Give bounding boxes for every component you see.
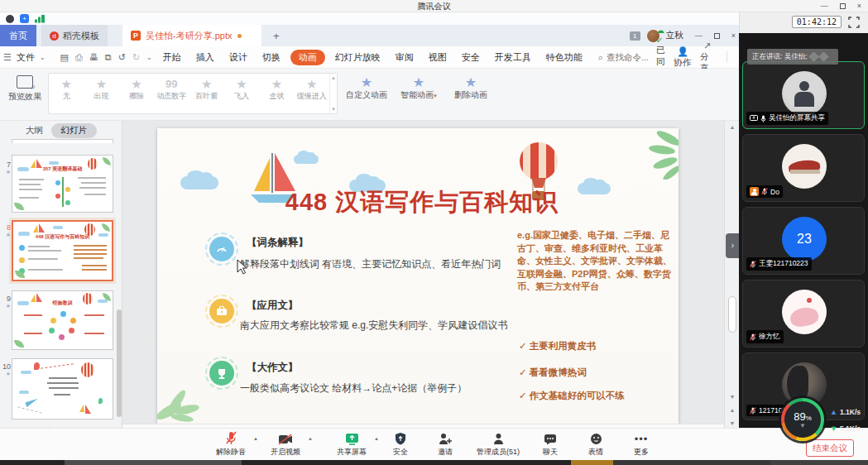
start-video-button[interactable]: 开启视频 ▲	[261, 431, 309, 458]
unmute-button[interactable]: 解除静音 ▲	[207, 431, 255, 458]
side-note-text[interactable]: e.g.国家卫健委、电子烟、二手烟、尼古丁、审查、维多利亚时代、工业革命、女性主…	[517, 229, 676, 294]
tab-docer[interactable]: d 稻壳模板	[41, 25, 108, 46]
undo-icon[interactable]: ↺	[118, 52, 126, 63]
thumbnail-scrollbar[interactable]	[117, 309, 122, 417]
tab-slides[interactable]: 幻灯片	[51, 123, 98, 138]
menu-item-animation-active[interactable]: 动画	[290, 50, 325, 65]
anim-none[interactable]: 无	[49, 74, 84, 113]
slide-thumbnail-8-selected[interactable]: 448 汉语写作与百科知识	[12, 220, 113, 281]
delete-animation-button[interactable]: 删除动画	[448, 75, 494, 101]
person-icon	[493, 433, 504, 445]
participant-tile-screenshare[interactable]: 吴佳怡的屏幕共享	[742, 61, 865, 129]
smart-animation-button[interactable]: 智能动画▾	[396, 75, 442, 101]
menu-item-transition[interactable]: 切换	[255, 51, 288, 64]
anim-box[interactable]: 盒状	[259, 74, 294, 113]
shield-plus-icon[interactable]: +	[20, 14, 29, 23]
slide-thumbnail-10[interactable]	[12, 358, 113, 419]
scroll-down-icon[interactable]: ▼	[725, 394, 740, 400]
check-item[interactable]: 主要利用黄皮书	[519, 340, 596, 352]
menu-item-insert[interactable]: 插入	[189, 51, 222, 64]
close-icon[interactable]: ×	[857, 2, 861, 10]
slide-thumbnail-9[interactable]: 经验教训	[12, 290, 113, 350]
participant-tile[interactable]: 徐方忆	[742, 280, 865, 348]
caret-up-icon[interactable]: ▲	[374, 436, 379, 441]
emoji-button[interactable]: 表情	[578, 431, 614, 458]
panel-collapse-tab[interactable]: ›	[726, 233, 740, 258]
anim-dynamic-number[interactable]: 动态数字	[154, 74, 189, 113]
more-commands-icon[interactable]: ⌄	[146, 54, 152, 61]
menu-item-devtools[interactable]: 开发工具	[487, 51, 539, 64]
restore-icon[interactable]	[840, 3, 846, 9]
anim-blinds[interactable]: 百叶窗	[189, 74, 224, 113]
deco-cloud	[49, 161, 59, 165]
animation-star-icon: ★	[2, 232, 11, 238]
tab-outline[interactable]: 大纲	[26, 125, 43, 137]
more-button[interactable]: ••• 更多	[623, 431, 659, 458]
ellipsis-icon: •••	[623, 431, 659, 445]
caret-up-icon[interactable]: ▲	[308, 436, 313, 441]
slide-page[interactable]: 448 汉语写作与百科知识 【词条解释】 解释段落中划线词 有语境、主要记忆知识…	[157, 128, 679, 424]
custom-animation-button[interactable]: 自定义动画	[343, 75, 390, 101]
menu-item-features[interactable]: 特色功能	[539, 51, 590, 64]
notification-badge[interactable]: 1	[630, 31, 640, 41]
hamburger-icon[interactable]: ☰	[3, 52, 12, 63]
participant-tile[interactable]: 23 王雯121710223	[742, 207, 865, 275]
check-item[interactable]: 作文基础好的可以不练	[519, 390, 625, 402]
section-heading[interactable]: 【词条解释】	[247, 236, 309, 250]
menu-item-review[interactable]: 审阅	[388, 51, 421, 64]
menu-item-view[interactable]: 视图	[421, 51, 454, 64]
menu-item-design[interactable]: 设计	[222, 51, 255, 64]
scroll-up-icon[interactable]: ▲	[725, 124, 740, 130]
section-heading[interactable]: 【应用文】	[247, 299, 299, 313]
invite-button[interactable]: 邀请	[427, 431, 463, 458]
next-slide-icon[interactable]: ▼	[725, 420, 740, 426]
section-body[interactable]: 南大应用文考察比较常规 e.g.安慰失利同学、学风建设倡议书	[240, 319, 530, 333]
end-meeting-button[interactable]: 结束会议	[806, 439, 854, 457]
tab-document[interactable]: P 吴佳怡-考研分享.pptx	[122, 25, 261, 46]
collaborate-button[interactable]: 👤协作	[674, 46, 692, 69]
export-icon[interactable]: ⎙	[75, 52, 83, 63]
print-preview-icon[interactable]: ⧉	[105, 52, 112, 63]
anim-appear[interactable]: 出现	[84, 74, 118, 113]
previous-slide-icon[interactable]: ▲	[725, 407, 740, 413]
minimize-icon[interactable]: —	[821, 2, 828, 10]
deco-line	[28, 246, 50, 247]
animation-ribbon: 预览效果 无 出现 擦除 动态数字 百叶窗 飞入 盒状 缓慢进入 ▲▼ 自定义动…	[0, 69, 739, 121]
slide-thumbnail-7[interactable]: 357 英语翻译基础	[12, 155, 113, 213]
deco-leaf	[102, 223, 110, 232]
chat-button[interactable]: 聊天	[532, 431, 568, 458]
anim-fly-in[interactable]: 飞入	[224, 74, 259, 113]
menu-item-start[interactable]: 开始	[156, 51, 189, 64]
gallery-scrollbar[interactable]: ▲▼	[329, 74, 337, 113]
deco-line	[19, 189, 42, 190]
search-input[interactable]	[605, 51, 656, 63]
section-body[interactable]: 一般类似高考议论文 给材料→论点+论据（举例子）	[240, 381, 530, 395]
info-icon[interactable]	[6, 15, 14, 23]
menu-item-slideshow[interactable]: 幻灯片放映	[328, 51, 388, 64]
share-screen-button[interactable]: 共享屏幕 ▲	[328, 431, 376, 458]
file-menu[interactable]: 文件	[15, 51, 36, 64]
security-button[interactable]: 安全	[382, 431, 419, 458]
manage-members-button[interactable]: 管理成员(51)	[468, 431, 528, 458]
anim-wipe[interactable]: 擦除	[119, 74, 154, 113]
save-icon[interactable]: ▤	[60, 52, 69, 63]
participant-tile[interactable]: Do	[742, 134, 865, 202]
preview-effect-button[interactable]: 预览效果	[7, 75, 43, 103]
redo-icon[interactable]: ↻	[132, 52, 140, 63]
tab-home[interactable]: 首页	[0, 25, 36, 46]
fullscreen-icon[interactable]	[848, 17, 860, 28]
chat-bubble-icon	[544, 434, 557, 445]
deco-dot	[55, 180, 60, 185]
meeting-top-strip: 01:42:12	[739, 12, 868, 33]
caret-up-icon[interactable]: ▲	[253, 436, 258, 441]
slide-title[interactable]: 448 汉语写作与百科知识	[252, 186, 592, 219]
new-tab-button[interactable]: +	[273, 30, 280, 42]
section-heading[interactable]: 【大作文】	[247, 361, 299, 375]
anim-slow-enter[interactable]: 缓慢进入	[295, 74, 329, 113]
section-body[interactable]: 解释段落中划线词 有语境、主要记忆知识点、看近年热门词	[240, 257, 530, 271]
print-icon[interactable]: 🖶	[89, 52, 98, 62]
command-search[interactable]: ⌕	[598, 51, 656, 63]
check-item[interactable]: 看看微博热词	[519, 367, 587, 379]
menu-item-security[interactable]: 安全	[454, 51, 487, 64]
scrollbar-thumb[interactable]	[728, 296, 736, 333]
